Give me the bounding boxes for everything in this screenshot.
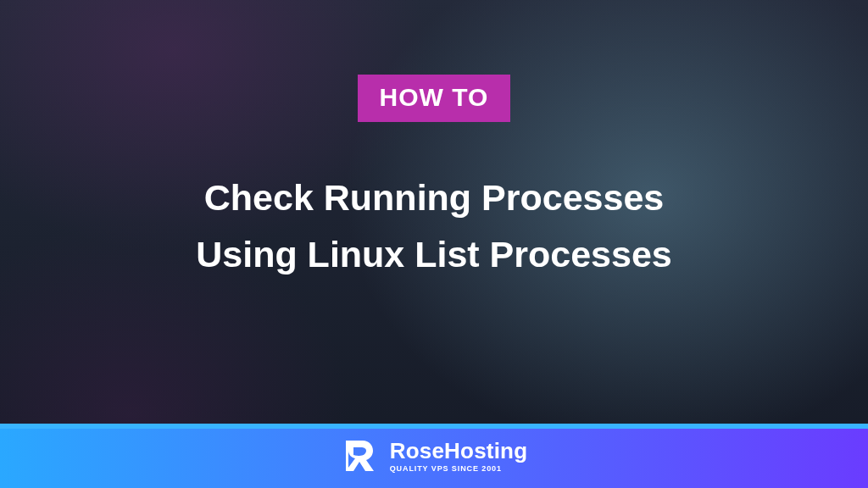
title-line-2: Using Linux List Processes: [196, 226, 672, 283]
brand-name: RoseHosting: [390, 440, 528, 462]
hero-banner: HOW TO Check Running Processes Using Lin…: [0, 0, 868, 488]
brand-footer: RoseHosting QUALITY VPS SINCE 2001: [0, 424, 868, 488]
brand-tagline: QUALITY VPS SINCE 2001: [390, 465, 528, 473]
article-title: Check Running Processes Using Linux List…: [196, 169, 672, 282]
footer-divider: [0, 424, 868, 429]
brand-text: RoseHosting QUALITY VPS SINCE 2001: [390, 440, 528, 473]
title-line-1: Check Running Processes: [196, 169, 672, 226]
brand-logo-icon: [341, 437, 378, 474]
category-badge: HOW TO: [358, 75, 511, 122]
